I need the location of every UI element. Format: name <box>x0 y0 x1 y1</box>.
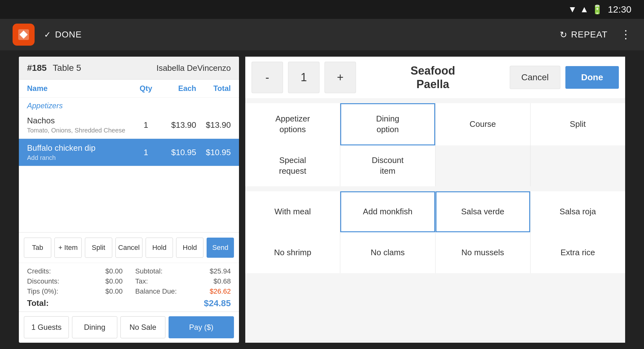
tips-label: Tips (0%): <box>27 287 58 296</box>
item-each-nachos: $13.90 <box>158 120 196 130</box>
item-title: SeafoodPaella <box>361 64 505 91</box>
subtotals-grid: Credits: $0.00 Subtotal: $25.94 Discount… <box>27 266 231 296</box>
order-items: Appetizers Nachos Tomato, Onions, Shredd… <box>19 98 239 232</box>
option-with-meal[interactable]: With meal <box>245 191 340 232</box>
balance-due-value: $26.62 <box>210 287 231 296</box>
dining-button[interactable]: Dining <box>72 316 117 338</box>
tax-label: Tax: <box>135 277 148 285</box>
modifier-appetizer-options[interactable]: Appetizeroptions <box>245 103 340 145</box>
item-name-buffalo: Buffalo chicken dip Add ranch <box>27 143 133 161</box>
option-salsa-verde[interactable]: Salsa verde <box>436 191 530 232</box>
tax-row: Tax: $0.68 <box>135 276 231 286</box>
battery-icon: 🔋 <box>592 4 603 15</box>
modifier-groups-section: Appetizeroptions Diningoption Course Spl… <box>245 103 625 186</box>
order-item-row: Buffalo chicken dip Add ranch 1 $10.95 $… <box>27 143 231 161</box>
col-name: Name <box>27 84 133 93</box>
category-appetizers: Appetizers <box>19 98 239 111</box>
tips-value: $0.00 <box>105 287 123 296</box>
item-options-grid-2: No shrimp No clams No mussels Extra rice <box>245 232 625 273</box>
no-sale-button[interactable]: No Sale <box>120 316 165 338</box>
col-each: Each <box>158 84 196 93</box>
modifier-split[interactable]: Split <box>530 103 625 145</box>
item-qty-buffalo: 1 <box>133 148 158 157</box>
order-item-buffalo[interactable]: Buffalo chicken dip Add ranch 1 $10.95 $… <box>19 139 239 166</box>
app-logo <box>13 24 35 46</box>
order-columns: Name Qty Each Total <box>19 80 239 98</box>
item-name-nachos: Nachos Tomato, Onions, Shredded Cheese <box>27 116 133 134</box>
item-options-section: With meal Add monkfish Salsa verde Salsa… <box>245 191 625 273</box>
wifi-icon: ▼ <box>568 4 577 14</box>
total-label: Total: <box>27 298 49 308</box>
item-sub-buffalo: Add ranch <box>27 153 133 161</box>
modifier-empty-2 <box>530 145 625 186</box>
done-label: DONE <box>55 30 82 40</box>
subtotal-label: Subtotal: <box>135 267 163 275</box>
cancel-order-button[interactable]: Cancel <box>115 238 143 258</box>
item-qty-nachos: 1 <box>133 120 158 130</box>
logo-icon <box>17 28 30 41</box>
subtotal-value: $25.94 <box>210 267 231 275</box>
item-each-buffalo: $10.95 <box>158 148 196 157</box>
subtotal-row: Subtotal: $25.94 <box>135 266 231 276</box>
status-time: 12:30 <box>608 4 631 15</box>
action-buttons: Tab + Item Split Cancel Hold Hold Send <box>19 232 239 263</box>
pay-button[interactable]: Pay ($) <box>169 316 234 338</box>
balance-due-row: Balance Due: $26.62 <box>135 286 231 296</box>
qty-plus-button[interactable]: + <box>325 62 356 93</box>
item-cancel-button[interactable]: Cancel <box>510 66 560 89</box>
option-no-mussels[interactable]: No mussels <box>436 232 530 273</box>
discounts-row: Discounts: $0.00 <box>27 276 123 286</box>
send-button[interactable]: Send <box>207 238 234 258</box>
option-add-monkfish[interactable]: Add monkfish <box>340 191 435 232</box>
total-line: Total: $24.85 <box>27 296 231 308</box>
check-icon: ✓ <box>44 30 51 40</box>
col-qty: Qty <box>133 84 158 93</box>
options-panel: - 1 + SeafoodPaella Cancel Done Appetize… <box>245 57 625 343</box>
item-total-nachos: $13.90 <box>196 120 231 130</box>
qty-minus-button[interactable]: - <box>252 62 283 93</box>
order-item-row: Nachos Tomato, Onions, Shredded Cheese 1… <box>27 116 231 134</box>
guests-button[interactable]: 1 Guests <box>24 316 69 338</box>
status-bar: ▼ ▲ 🔋 12:30 <box>0 0 644 19</box>
hold-button-1[interactable]: Hold <box>146 238 173 258</box>
split-button[interactable]: Split <box>85 238 112 258</box>
status-icons: ▼ ▲ 🔋 <box>568 4 602 15</box>
option-no-shrimp[interactable]: No shrimp <box>245 232 340 273</box>
order-id-table: #185 Table 5 <box>27 63 81 73</box>
tab-button[interactable]: Tab <box>24 238 51 258</box>
modifier-grid-2: Specialrequest Discountitem <box>245 145 625 186</box>
repeat-label: REPEAT <box>571 30 608 40</box>
credits-value: $0.00 <box>105 267 123 275</box>
order-id: #185 <box>27 63 47 73</box>
main-content: #185 Table 5 Isabella DeVincenzo Name Qt… <box>0 50 644 349</box>
modifier-course[interactable]: Course <box>436 103 530 145</box>
order-item-nachos[interactable]: Nachos Tomato, Onions, Shredded Cheese 1… <box>19 111 239 139</box>
bottom-bar: 1 Guests Dining No Sale Pay ($) <box>19 312 239 343</box>
credits-label: Credits: <box>27 267 51 275</box>
hold-button-2[interactable]: Hold <box>176 238 203 258</box>
credits-row: Credits: $0.00 <box>27 266 123 276</box>
app-bar-right: ↻ REPEAT ⋮ <box>560 28 631 41</box>
balance-due-label: Balance Due: <box>135 287 177 296</box>
order-table: Table 5 <box>48 63 81 73</box>
order-header: #185 Table 5 Isabella DeVincenzo <box>19 57 239 80</box>
add-item-button[interactable]: + Item <box>54 238 82 258</box>
signal-icon: ▲ <box>580 4 589 14</box>
modifier-dining-option[interactable]: Diningoption <box>340 103 435 145</box>
option-no-clams[interactable]: No clams <box>340 232 435 273</box>
tips-row: Tips (0%): $0.00 <box>27 286 123 296</box>
modifier-special-request[interactable]: Specialrequest <box>245 145 340 186</box>
item-done-button[interactable]: Done <box>565 66 619 89</box>
option-salsa-roja[interactable]: Salsa roja <box>530 191 625 232</box>
repeat-icon: ↻ <box>560 30 567 40</box>
option-extra-rice[interactable]: Extra rice <box>530 232 625 273</box>
more-options-icon[interactable]: ⋮ <box>620 28 631 41</box>
discounts-label: Discounts: <box>27 277 59 285</box>
app-bar: ✓ DONE ↻ REPEAT ⋮ <box>0 19 644 50</box>
modifier-discount-item[interactable]: Discountitem <box>340 145 435 186</box>
discounts-value: $0.00 <box>105 277 123 285</box>
order-customer: Isabella DeVincenzo <box>156 63 231 73</box>
repeat-button[interactable]: ↻ REPEAT <box>560 30 608 40</box>
done-nav-button[interactable]: ✓ DONE <box>44 30 82 40</box>
col-total: Total <box>196 84 231 93</box>
